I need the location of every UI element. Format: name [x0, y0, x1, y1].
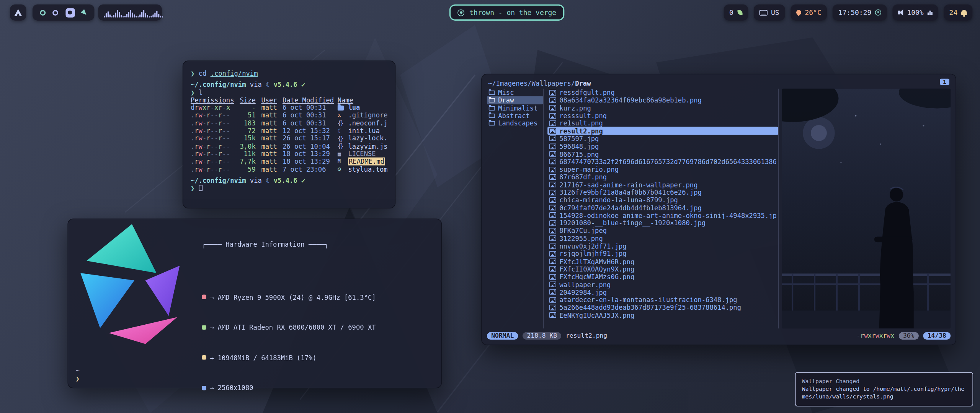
keyboard-layout-module[interactable]: US: [753, 4, 785, 20]
file-item[interactable]: FXfcHgcWIAMzs0G.png: [547, 273, 778, 281]
preview-image: [782, 89, 951, 328]
filetype-icon: [338, 128, 346, 133]
ls-file-row: .rw-r--r-- 3,0k matt 26 oct 10:04 lazyvi…: [191, 142, 387, 150]
file-item[interactable]: 68747470733a2f2f696d616765732d7769786d70…: [547, 158, 778, 166]
visualizer-bar: [152, 14, 154, 17]
file-item[interactable]: 87r687df.png: [547, 173, 778, 181]
file-item[interactable]: 866715.png: [547, 150, 778, 158]
file-item[interactable]: rsjqojlmjhf91.jpg: [547, 250, 778, 257]
size-cell: -: [236, 104, 256, 111]
file-item[interactable]: 154928-odinokoe_anime-art-anime-okno-sin…: [547, 211, 778, 219]
image-file-icon: [549, 98, 556, 103]
clock-module[interactable]: 17:50:29: [833, 4, 887, 20]
file-name: 68747470733a2f2f696d616765732d7769786d70…: [559, 158, 776, 166]
file-size-badge: 218.8 KB: [523, 332, 562, 340]
workspace-1-button[interactable]: [40, 10, 46, 15]
notification-toast[interactable]: Wallpaper Changed Wallpaper changed to /…: [795, 372, 973, 406]
now-playing-widget[interactable]: thrown - on the verge: [449, 4, 565, 20]
folder-icon: [489, 106, 495, 110]
file-item[interactable]: 08a634fa02a32364f69ebc86a98eb1eb.png: [547, 96, 778, 104]
file-item[interactable]: 19201080-__blue-tinge__-1920×1080.jpg: [547, 219, 778, 227]
breadcrumb: ~/Imagenes/Wallpapers/Draw: [488, 79, 591, 87]
notifications-module[interactable]: 24: [944, 4, 973, 20]
file-item[interactable]: 5a266e448add93deab367d87173e9f25-6837886…: [547, 304, 778, 311]
launcher-button[interactable]: [10, 4, 26, 20]
file-item[interactable]: atardecer-en-la-montanas-ilustracion-634…: [547, 296, 778, 304]
keyboard-icon: [759, 10, 767, 15]
speaker-icon: [898, 11, 900, 15]
file-name: 8FKa7Cu.jpeg: [559, 227, 607, 234]
file-item[interactable]: 596848.jpg: [547, 142, 778, 150]
visualizer-bar: [109, 14, 111, 17]
file-name: atardecer-en-la-montanas-ilustracion-634…: [559, 296, 737, 304]
file-item[interactable]: re1sult.png: [547, 119, 778, 127]
updates-module[interactable]: 0: [724, 4, 748, 20]
file-item[interactable]: 20492984.jpg: [547, 288, 778, 296]
file-item[interactable]: FXfcJlTXgAMvH6R.png: [547, 258, 778, 265]
workspace-4-button[interactable]: [81, 9, 88, 16]
user-cell: matt: [261, 119, 283, 127]
file-name: chica-mirando-la-luna-8799.jpg: [559, 196, 678, 204]
file-name: 154928-odinokoe_anime-art-anime-okno-sin…: [559, 211, 776, 219]
temperature-module[interactable]: 26°C: [791, 4, 827, 20]
workspace-active-button[interactable]: [65, 8, 75, 17]
date-cell: 6 oct 00:31: [283, 119, 338, 127]
name-cell: .gitignore: [338, 111, 388, 119]
visualizer-bars: [104, 8, 163, 17]
file-item[interactable]: 8FKa7Cu.jpeg: [547, 227, 778, 234]
file-item[interactable]: nnvuv0xj2df71.jpg: [547, 242, 778, 250]
filetype-icon: [338, 135, 346, 141]
visualizer-bar: [145, 13, 146, 17]
file-item[interactable]: 3122955.png: [547, 234, 778, 242]
image-file-icon: [549, 205, 556, 211]
size-cell: 3,0k: [236, 142, 256, 150]
workspace-2-button[interactable]: [53, 10, 59, 15]
file-item[interactable]: wallpaper.png: [547, 281, 778, 288]
file-item[interactable]: 217167-sad-anime-rain-wallpaper.png: [547, 181, 778, 189]
file-item[interactable]: FXfcII0X0AQyn9X.png: [547, 265, 778, 273]
directory-item[interactable]: Draw: [487, 96, 543, 104]
file-item[interactable]: result2.png: [547, 127, 778, 135]
date-cell: 26 oct 15:17: [283, 135, 338, 142]
directory-item[interactable]: Landscapes: [487, 119, 543, 127]
shell-prompt[interactable]: ~ ❯: [76, 366, 80, 382]
directory-item[interactable]: Minimalist: [487, 104, 543, 112]
file-item[interactable]: resssult.png: [547, 112, 778, 119]
file-item[interactable]: kurz.png: [547, 104, 778, 112]
file-item[interactable]: chica-mirando-la-luna-8799.jpg: [547, 196, 778, 204]
permissions-cell: .rw-r--r--: [191, 165, 236, 173]
permissions-cell: .rw-r--r--: [191, 111, 236, 119]
image-file-icon: [549, 197, 556, 203]
terminal-window[interactable]: ❯ cd .config/nvim ~/.config/nvim via ☾ v…: [183, 60, 396, 208]
scroll-percent-badge: 36%: [898, 332, 918, 340]
image-file-icon: [549, 120, 556, 126]
file-name: 19201080-__blue-tinge__-1920×1080.jpg: [559, 219, 706, 227]
file-item[interactable]: super-mario.png: [547, 166, 778, 173]
image-file-icon: [549, 243, 556, 249]
visualizer-bar: [111, 16, 113, 17]
user-cell: matt: [261, 158, 283, 165]
name-cell: lazyvim.json: [338, 142, 388, 150]
file-item[interactable]: 587597.jpg: [547, 135, 778, 142]
file-item[interactable]: 0c794faf07de24a4db4d4fb1eb813964.jpg: [547, 204, 778, 211]
directory-item[interactable]: Misc: [487, 89, 543, 96]
visualizer-bar: [121, 15, 122, 17]
image-file-icon: [549, 251, 556, 257]
hardware-header: ┌──── Hardware Information ────┐: [202, 241, 423, 248]
visualizer-bar: [160, 15, 161, 17]
date-cell: 6 oct 00:31: [283, 111, 338, 119]
file-manager-statusbar: NORMAL 218.8 KB result2.png -rwxrwxrwx 3…: [487, 331, 951, 340]
image-file-icon: [549, 289, 556, 295]
fastfetch-window[interactable]: ┌──── Hardware Information ────┐ → AMD R…: [67, 218, 442, 388]
file-item[interactable]: EeNKYgIUcAAJ5JX.png: [547, 311, 778, 319]
status-bar: thrown - on the verge 0 US 26°C 17:50:29: [0, 4, 980, 21]
file-manager-window[interactable]: ~/Imagenes/Wallpapers/Draw 1 Misc Draw: [481, 74, 956, 345]
file-item[interactable]: ressdfgult.png: [547, 89, 778, 96]
volume-module[interactable]: 100%: [893, 4, 938, 20]
file-item[interactable]: 3126f7e9bbf21a8a4af0b67b041c6e26.jpg: [547, 189, 778, 196]
volume-value: 100%: [907, 8, 923, 16]
directory-item[interactable]: Abstract: [487, 112, 543, 119]
visualizer-bar: [106, 13, 107, 17]
filetype-icon: [338, 143, 346, 149]
prompt-line[interactable]: ❯: [191, 184, 387, 192]
